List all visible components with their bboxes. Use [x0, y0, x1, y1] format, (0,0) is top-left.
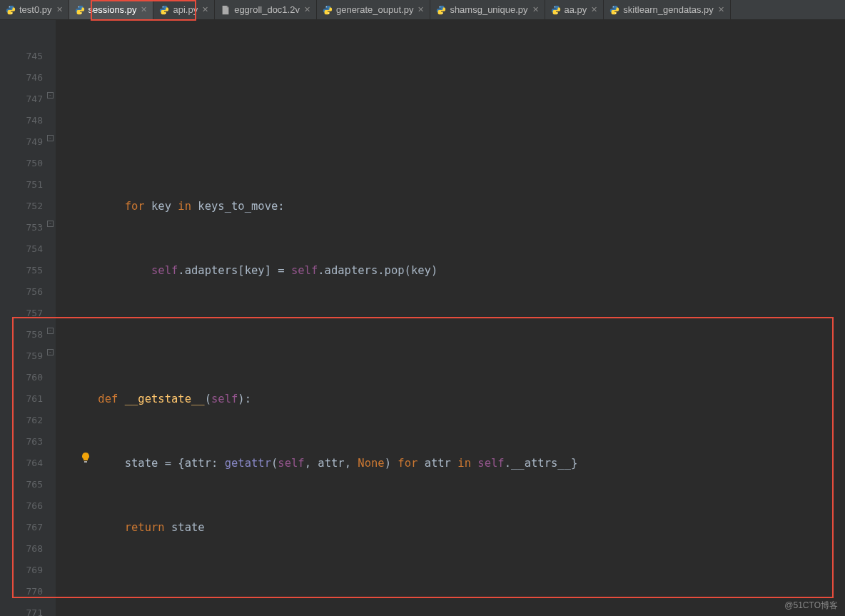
- svg-point-6: [326, 6, 327, 7]
- tab-skitlearn_gendatas-py[interactable]: skitlearn_gendatas.py✕: [604, 0, 730, 19]
- close-icon[interactable]: ✕: [532, 5, 539, 14]
- file-icon: [221, 5, 231, 15]
- python-file-icon: [323, 5, 333, 15]
- svg-point-7: [328, 12, 329, 13]
- svg-point-12: [613, 6, 614, 7]
- fold-column: - - - - -: [46, 20, 56, 616]
- tab-aa-py[interactable]: aa.py✕: [545, 0, 604, 19]
- tab-test0-py[interactable]: test0.py✕: [0, 0, 69, 19]
- line-number: 768: [0, 538, 43, 560]
- svg-point-9: [442, 12, 443, 13]
- svg-point-10: [554, 6, 555, 7]
- line-number: 749: [0, 131, 43, 153]
- close-icon[interactable]: ✕: [56, 5, 63, 14]
- line-number: 750: [0, 153, 43, 174]
- line-number: 753: [0, 217, 43, 238]
- line-number: 752: [0, 196, 43, 217]
- code-area[interactable]: for key in keys_to_move: self.adapters[k…: [56, 20, 845, 616]
- fold-marker[interactable]: -: [47, 349, 54, 355]
- line-number: 763: [0, 431, 43, 453]
- line-number: 762: [0, 410, 43, 431]
- line-number: 751: [0, 174, 43, 196]
- line-number: 766: [0, 495, 43, 517]
- code-line: [71, 131, 845, 153]
- tab-label: api.py: [173, 4, 198, 15]
- code-line: return state: [71, 517, 845, 538]
- tab-label: test0.py: [19, 4, 52, 15]
- watermark: @51CTO博客: [784, 600, 838, 612]
- svg-point-3: [81, 12, 81, 13]
- line-number: 765: [0, 474, 43, 495]
- svg-point-11: [557, 12, 557, 13]
- tab-sessions-py[interactable]: sessions.py✕: [69, 0, 154, 19]
- line-number: 767: [0, 517, 43, 538]
- code-line: [71, 324, 845, 345]
- fold-marker[interactable]: -: [47, 328, 54, 334]
- gutter: 7457467477487497507517527537547557567577…: [0, 20, 56, 616]
- tab-label: eggroll_doc1.2v: [234, 4, 300, 15]
- line-number: 770: [0, 581, 43, 602]
- close-icon[interactable]: ✕: [304, 5, 310, 14]
- code-line: self.adapters[key] = self.adapters.pop(k…: [71, 260, 845, 281]
- line-number: 771: [0, 602, 43, 616]
- svg-point-1: [11, 12, 12, 13]
- tab-label: shamsg_unique.py: [450, 4, 527, 15]
- tab-eggroll_doc1-2v[interactable]: eggroll_doc1.2v✕: [215, 0, 317, 19]
- line-number: 757: [0, 303, 43, 324]
- svg-point-13: [615, 12, 616, 13]
- python-file-icon: [609, 5, 619, 15]
- lightbulb-icon[interactable]: [80, 452, 91, 463]
- tab-bar: test0.py✕sessions.py✕api.py✕eggroll_doc1…: [0, 0, 845, 20]
- code-line: for key in keys_to_move:: [71, 196, 845, 217]
- close-icon[interactable]: ✕: [141, 5, 147, 14]
- fold-marker[interactable]: -: [47, 221, 54, 227]
- python-file-icon: [6, 5, 16, 15]
- svg-point-2: [78, 6, 79, 7]
- tab-label: skitlearn_gendatas.py: [623, 4, 713, 15]
- python-file-icon: [436, 5, 446, 15]
- code-line: [71, 581, 845, 602]
- line-number: 745: [0, 46, 43, 67]
- line-number: 747: [0, 89, 43, 110]
- tab-api-py[interactable]: api.py✕: [153, 0, 215, 19]
- svg-point-4: [163, 6, 163, 7]
- line-number: 756: [0, 281, 43, 303]
- code-line: def __getstate__(self):: [71, 388, 845, 410]
- line-number: 769: [0, 560, 43, 581]
- line-number: [0, 24, 43, 46]
- svg-point-5: [166, 12, 166, 13]
- line-number: 761: [0, 388, 43, 410]
- svg-point-8: [440, 6, 440, 7]
- close-icon[interactable]: ✕: [202, 5, 208, 14]
- close-icon[interactable]: ✕: [718, 5, 724, 14]
- line-number: 764: [0, 453, 43, 474]
- line-number: 754: [0, 238, 43, 260]
- svg-point-0: [9, 6, 10, 7]
- line-number: 748: [0, 110, 43, 131]
- svg-rect-14: [84, 461, 87, 463]
- tab-label: aa.py: [565, 4, 587, 15]
- line-number: 758: [0, 324, 43, 345]
- line-number: 760: [0, 367, 43, 388]
- code-line: state = {attr: getattr(self, attr, None)…: [71, 453, 845, 474]
- python-file-icon: [75, 5, 85, 15]
- close-icon[interactable]: ✕: [591, 5, 597, 14]
- code-line: [71, 67, 845, 89]
- line-number: 755: [0, 260, 43, 281]
- line-number: 746: [0, 67, 43, 89]
- tab-label: sessions.py: [88, 4, 137, 15]
- line-number: 759: [0, 345, 43, 367]
- close-icon[interactable]: ✕: [418, 5, 424, 14]
- fold-marker[interactable]: -: [47, 135, 54, 141]
- tab-label: generate_ouput.py: [336, 4, 413, 15]
- tab-shamsg_unique-py[interactable]: shamsg_unique.py✕: [430, 0, 545, 19]
- python-file-icon: [551, 5, 561, 15]
- editor-area: 7457467477487497507517527537547557567577…: [0, 20, 845, 616]
- fold-marker[interactable]: -: [47, 92, 54, 99]
- tab-generate_ouput-py[interactable]: generate_ouput.py✕: [317, 0, 430, 19]
- python-file-icon: [159, 5, 169, 15]
